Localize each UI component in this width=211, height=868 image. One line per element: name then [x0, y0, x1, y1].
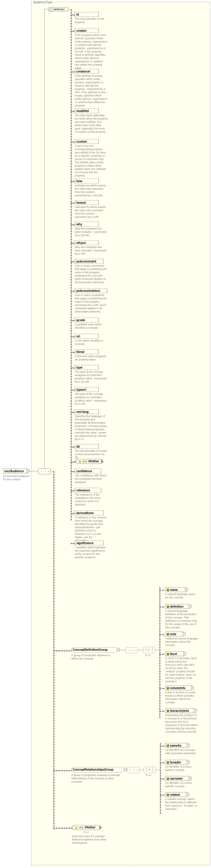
minus-icon[interactable]: −	[50, 8, 53, 11]
elem-narrower[interactable]: narrower +	[165, 776, 190, 781]
attr-qcode-desc: A qualified code which identifies a conc…	[75, 323, 108, 330]
plus-icon[interactable]: +	[194, 709, 197, 712]
attr-confidence[interactable]: confidence	[75, 469, 101, 473]
attr-derivedfrom[interactable]: derivedfrom	[75, 510, 104, 515]
attr-dir-desc: The directionality of textual content (e…	[75, 450, 108, 459]
attr-significance-desc: A qualifier which indicates the expected…	[75, 546, 108, 559]
plus-icon[interactable]: +	[183, 652, 186, 655]
outer-panel	[31, 2, 210, 865]
elem-facet-desc: In NAR 1.8 and later, facet is deprecate…	[165, 657, 198, 683]
attr-custom-desc: If set to true the corresponding propert…	[75, 145, 108, 177]
elem-related-desc: A related concept, where the relationshi…	[165, 798, 198, 811]
attr-typeuri-desc: The type of the concept assigned as cont…	[75, 393, 108, 406]
attr-creatoruri-desc: If the attribute is empty, specifies whi…	[75, 74, 108, 107]
elem-broader-desc: An identifier of a more generic concept.	[165, 765, 198, 772]
plus-icon[interactable]: +	[185, 588, 188, 591]
elem-hierarchyInfo-desc: Represents the position of a concept in …	[165, 714, 198, 734]
attr-how[interactable]: how	[75, 179, 99, 183]
elem-name-desc: A natural language name for the concept.	[165, 593, 198, 599]
attr-type-desc: The type of the concept assigned as cont…	[75, 370, 108, 383]
attr-creatoruri[interactable]: creatoruri	[75, 69, 99, 74]
plus-icon[interactable]: +	[187, 761, 190, 764]
attr-dir[interactable]: dir	[75, 444, 99, 449]
attr-id[interactable]: id	[75, 12, 99, 17]
plus-icon[interactable]: +	[186, 793, 189, 796]
plus-icon[interactable]: +	[188, 777, 191, 780]
choice-rel	[144, 767, 155, 773]
sequence-indicator-main: • • •	[38, 468, 50, 474]
attributes-box[interactable]: −attributes	[48, 7, 68, 11]
attr-id-desc: The local identifier of the property.	[75, 18, 108, 24]
attr-creator[interactable]: creator	[75, 28, 99, 33]
attr-derivedfrom-desc: A reference to the concept from which th…	[75, 516, 108, 542]
attr-pubconstraint-desc: One or many constraints that apply to pu…	[75, 264, 108, 284]
elem-hierarchyInfo[interactable]: hierarchyInfo +	[165, 708, 195, 713]
attr-modified-desc: The date (and, optionally, the time) whe…	[75, 114, 108, 134]
card-any-bottom: 0..∞	[84, 831, 89, 834]
attr-uri-desc: A URI which identifies a concept.	[75, 339, 108, 346]
attr-literal[interactable]: literal	[75, 349, 99, 354]
sequence-def: • • •	[126, 647, 138, 653]
attr-pubconstraint[interactable]: pubconstraint	[75, 259, 104, 264]
plus-icon[interactable]: +	[187, 744, 190, 747]
attr-xmllang-desc: Specifies the language of this property …	[75, 415, 108, 441]
panel-type-label: AudienceType	[33, 1, 53, 4]
elem-name[interactable]: name +	[165, 587, 186, 592]
elem-note[interactable]: note +	[165, 631, 184, 637]
group-concept-relationships[interactable]: ConceptRelationshipsGroup −	[71, 767, 125, 772]
attr-why-desc: Why the metadata has been included - exp…	[75, 227, 108, 237]
elem-remoteInfo[interactable]: remoteInfo +	[165, 685, 192, 690]
expand-icon[interactable]: −	[117, 648, 120, 651]
group-rel-desc: A group of properties required to indica…	[71, 774, 122, 783]
attr-confidence-desc: The confidence with which the metadata h…	[75, 474, 108, 484]
attr-creator-desc: If the property value is not defined, sp…	[75, 34, 108, 70]
attr-typeuri[interactable]: typeuri	[75, 387, 99, 392]
plus-icon[interactable]: +	[188, 605, 191, 608]
plus-icon[interactable]: +	[191, 686, 194, 689]
attr-whyuri-desc: Why the metadata has been included - exp…	[75, 246, 108, 255]
elem-definition-desc: A natural language definition of the sem…	[165, 610, 198, 629]
attr-howuri-desc: Indicates by which means the value was e…	[75, 206, 108, 219]
elem-definition[interactable]: definition +	[165, 604, 190, 609]
attr-howuri[interactable]: howuri	[75, 200, 99, 205]
root-label: exclAudience	[4, 469, 24, 473]
elem-related[interactable]: related +	[165, 792, 187, 797]
schema-diagram-canvas: AudienceType exclAudience − An excluded …	[0, 0, 211, 868]
attr-how-desc: Indicates by which means the value was e…	[75, 184, 108, 197]
attr-any-other[interactable]: any##other	[77, 459, 101, 464]
attr-xmllang[interactable]: xml:lang	[75, 409, 99, 414]
root-exclAudience[interactable]: exclAudience −	[3, 469, 28, 473]
card-rel-choice: 0..∞	[146, 774, 151, 777]
attr-relevance[interactable]: relevance	[75, 488, 101, 493]
plus-icon[interactable]: +	[183, 632, 185, 636]
elem-remoteInfo-desc: A link to an item or a web resource whic…	[165, 691, 198, 704]
sequence-rel: • • •	[127, 767, 139, 773]
elem-any-other-desc: Extension point for provider-defined pro…	[72, 835, 114, 845]
attr-why[interactable]: why	[75, 222, 99, 226]
attr-qcode[interactable]: qcode	[75, 318, 99, 322]
expand-icon[interactable]: −	[124, 768, 127, 771]
group-concept-definition[interactable]: ConceptDefinitionGroup −	[71, 647, 118, 653]
elem-facet[interactable]: facet +	[165, 651, 184, 656]
attr-uri[interactable]: uri	[75, 334, 99, 339]
elem-sameAs[interactable]: sameAs +	[165, 743, 188, 748]
attributes-label: attributes	[54, 8, 65, 11]
attr-significance[interactable]: significance	[75, 540, 104, 545]
attr-whyuri[interactable]: whyuri	[75, 240, 99, 245]
attr-custom[interactable]: custom	[75, 139, 99, 144]
choice-def	[143, 647, 155, 653]
attr-relevance-desc: The relevance of the metadata to the new…	[75, 493, 108, 506]
attr-pubconstrainturi[interactable]: pubconstrainturi	[75, 288, 107, 293]
elem-sameAs-desc: An identifier of a concept with equivale…	[165, 748, 198, 755]
attr-modified[interactable]: modified	[75, 108, 99, 113]
card-def-choice: 0..∞	[145, 654, 150, 657]
elem-note-desc: Additional natural language information …	[165, 637, 198, 647]
elem-any-other[interactable]: any##other	[74, 825, 99, 830]
elem-broader[interactable]: broader +	[165, 760, 188, 765]
elem-narrower-desc: An identifier of a more specific concept…	[165, 781, 198, 788]
group-def-desc: A group of properties required to define…	[71, 654, 116, 660]
attr-type[interactable]: type	[75, 365, 99, 370]
root-desc: An excluded audience for the content.	[3, 474, 32, 481]
attr-pubconstrainturi-desc: One or many constraints that apply to pu…	[75, 293, 108, 313]
attr-literal-desc: A free-text value assigned as property v…	[75, 355, 108, 361]
